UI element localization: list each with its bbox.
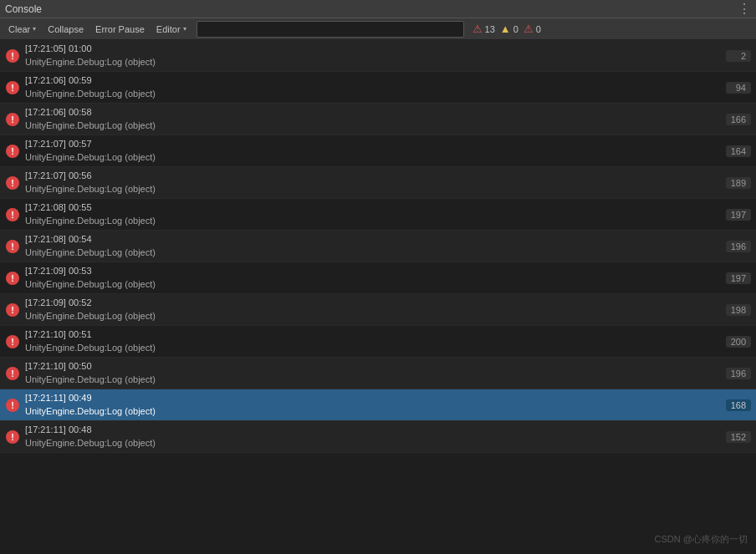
log-content: [17:21:08] 00:54 UnityEngine.Debug:Log (… <box>25 233 726 259</box>
toolbar: Clear ▾ Collapse Error Pause Editor ▾ ⚠ … <box>0 18 756 40</box>
error-badge-icon: ⚠ <box>472 23 483 35</box>
log-count-badge: 198 <box>726 304 751 316</box>
log-list: ! [17:21:05] 01:00 UnityEngine.Debug:Log… <box>0 40 756 554</box>
title-bar-label: Console <box>5 3 42 15</box>
log-error-icon: ! <box>5 239 20 254</box>
info-badge-icon: ⚠ <box>524 23 534 35</box>
log-count-badge: 189 <box>726 177 751 189</box>
log-message: UnityEngine.Debug:Log (object) <box>25 88 726 100</box>
log-timestamp: [17:21:08] 00:54 <box>25 233 726 246</box>
log-item[interactable]: ! [17:21:05] 01:00 UnityEngine.Debug:Log… <box>0 40 756 72</box>
log-timestamp: [17:21:05] 01:00 <box>25 43 726 55</box>
log-count-badge: 168 <box>726 399 751 411</box>
log-content: [17:21:09] 00:53 UnityEngine.Debug:Log (… <box>25 265 726 291</box>
log-timestamp: [17:21:06] 00:58 <box>25 106 726 119</box>
log-item[interactable]: ! [17:21:10] 00:51 UnityEngine.Debug:Log… <box>0 326 756 358</box>
log-count-badge: 196 <box>726 241 751 252</box>
log-item[interactable]: ! [17:21:07] 00:57 UnityEngine.Debug:Log… <box>0 135 756 167</box>
log-error-icon: ! <box>5 398 20 413</box>
log-content: [17:21:10] 00:51 UnityEngine.Debug:Log (… <box>25 328 726 354</box>
log-timestamp: [17:21:06] 00:59 <box>25 74 726 87</box>
log-error-icon: ! <box>5 144 20 159</box>
log-count-badge: 166 <box>726 114 751 125</box>
log-message: UnityEngine.Debug:Log (object) <box>25 119 726 132</box>
watermark: CSDN @心疼你的一切 <box>655 533 748 546</box>
log-error-icon: ! <box>5 48 20 64</box>
clear-dropdown-arrow[interactable]: ▾ <box>33 25 36 33</box>
log-timestamp: [17:21:09] 00:53 <box>25 265 726 277</box>
log-count-badge: 200 <box>726 336 751 348</box>
log-count-badge: 164 <box>726 145 751 157</box>
log-timestamp: [17:21:11] 00:48 <box>25 424 726 436</box>
log-count-badge: 196 <box>726 368 751 379</box>
log-item[interactable]: ! [17:21:08] 00:55 UnityEngine.Debug:Log… <box>0 199 756 231</box>
badge-area: ⚠ 13 ▲ 0 ⚠ 0 <box>472 23 541 35</box>
clear-button[interactable]: Clear ▾ <box>3 20 41 38</box>
log-error-icon: ! <box>5 207 20 222</box>
log-error-icon: ! <box>5 175 20 191</box>
log-error-icon: ! <box>5 334 20 349</box>
log-item[interactable]: ! [17:21:11] 00:49 UnityEngine.Debug:Log… <box>0 389 756 421</box>
log-message: UnityEngine.Debug:Log (object) <box>25 215 726 227</box>
log-content: [17:21:09] 00:52 UnityEngine.Debug:Log (… <box>25 297 726 323</box>
log-item[interactable]: ! [17:21:08] 00:54 UnityEngine.Debug:Log… <box>0 231 756 262</box>
log-content: [17:21:06] 00:58 UnityEngine.Debug:Log (… <box>25 106 726 132</box>
error-badge[interactable]: ⚠ 13 <box>472 23 495 35</box>
log-count-badge: 94 <box>726 82 751 94</box>
log-content: [17:21:11] 00:48 UnityEngine.Debug:Log (… <box>25 424 726 450</box>
log-message: UnityEngine.Debug:Log (object) <box>25 56 726 69</box>
log-timestamp: [17:21:10] 00:51 <box>25 328 726 341</box>
log-error-icon: ! <box>5 429 20 445</box>
log-content: [17:21:08] 00:55 UnityEngine.Debug:Log (… <box>25 201 726 227</box>
log-count-badge: 197 <box>726 209 751 221</box>
editor-dropdown-arrow[interactable]: ▾ <box>183 25 186 33</box>
editor-button[interactable]: Editor ▾ <box>151 20 192 38</box>
log-item[interactable]: ! [17:21:06] 00:59 UnityEngine.Debug:Log… <box>0 72 756 104</box>
log-content: [17:21:05] 01:00 UnityEngine.Debug:Log (… <box>25 43 726 69</box>
log-item[interactable]: ! [17:21:09] 00:53 UnityEngine.Debug:Log… <box>0 262 756 294</box>
error-pause-button[interactable]: Error Pause <box>90 20 150 38</box>
log-error-icon: ! <box>5 271 20 286</box>
log-error-icon: ! <box>5 366 20 381</box>
log-timestamp: [17:21:10] 00:50 <box>25 360 726 373</box>
log-count-badge: 197 <box>726 272 751 284</box>
warning-badge[interactable]: ▲ 0 <box>500 23 518 35</box>
log-timestamp: [17:21:07] 00:57 <box>25 138 726 150</box>
log-message: UnityEngine.Debug:Log (object) <box>25 183 726 196</box>
log-error-icon: ! <box>5 302 20 318</box>
info-badge-count: 0 <box>536 24 541 34</box>
log-content: [17:21:10] 00:50 UnityEngine.Debug:Log (… <box>25 360 726 386</box>
warning-badge-icon: ▲ <box>500 23 511 35</box>
log-content: [17:21:07] 00:56 UnityEngine.Debug:Log (… <box>25 170 726 196</box>
log-item[interactable]: ! [17:21:07] 00:56 UnityEngine.Debug:Log… <box>0 167 756 199</box>
log-item[interactable]: ! [17:21:11] 00:48 UnityEngine.Debug:Log… <box>0 421 756 453</box>
log-message: UnityEngine.Debug:Log (object) <box>25 310 726 323</box>
log-message: UnityEngine.Debug:Log (object) <box>25 405 726 418</box>
title-bar-menu-icon[interactable]: ⋮ <box>738 1 751 17</box>
log-message: UnityEngine.Debug:Log (object) <box>25 278 726 291</box>
log-count-badge: 2 <box>726 50 751 62</box>
log-content: [17:21:11] 00:49 UnityEngine.Debug:Log (… <box>25 392 726 418</box>
log-item[interactable]: ! [17:21:10] 00:50 UnityEngine.Debug:Log… <box>0 358 756 389</box>
log-timestamp: [17:21:07] 00:56 <box>25 170 726 182</box>
search-input[interactable] <box>197 21 464 38</box>
log-count-badge: 152 <box>726 431 751 443</box>
log-timestamp: [17:21:09] 00:52 <box>25 297 726 309</box>
collapse-button[interactable]: Collapse <box>43 20 89 38</box>
log-timestamp: [17:21:08] 00:55 <box>25 201 726 214</box>
error-badge-count: 13 <box>485 24 495 34</box>
log-message: UnityEngine.Debug:Log (object) <box>25 151 726 164</box>
search-container <box>197 21 464 38</box>
log-item[interactable]: ! [17:21:09] 00:52 UnityEngine.Debug:Log… <box>0 294 756 326</box>
info-badge[interactable]: ⚠ 0 <box>524 23 541 35</box>
title-bar: Console ⋮ <box>0 0 756 18</box>
warning-badge-count: 0 <box>513 24 518 34</box>
log-message: UnityEngine.Debug:Log (object) <box>25 374 726 386</box>
log-item[interactable]: ! [17:21:06] 00:58 UnityEngine.Debug:Log… <box>0 104 756 135</box>
log-timestamp: [17:21:11] 00:49 <box>25 392 726 404</box>
log-message: UnityEngine.Debug:Log (object) <box>25 247 726 259</box>
log-error-icon: ! <box>5 80 20 95</box>
log-message: UnityEngine.Debug:Log (object) <box>25 437 726 450</box>
log-content: [17:21:07] 00:57 UnityEngine.Debug:Log (… <box>25 138 726 164</box>
log-error-icon: ! <box>5 112 20 127</box>
